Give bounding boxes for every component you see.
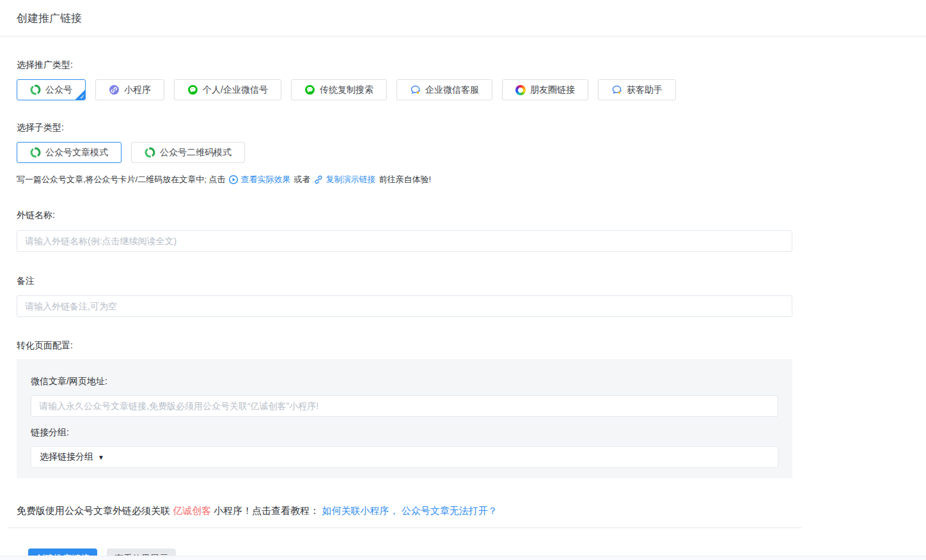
- sub-type-help-text: 写一篇公众号文章,将公众号卡片/二维码放在文章中; 点击 查看实际效果 或者 复…: [17, 174, 926, 185]
- article-url-label: 微信文章/网页地址:: [31, 376, 778, 387]
- promo-type-option[interactable]: 朋友圈链接: [502, 79, 588, 100]
- promo-type-option[interactable]: 公众号✓: [17, 79, 86, 100]
- page-title: 创建推广链接: [17, 11, 82, 26]
- promo-type-label: 选择推广类型:: [17, 59, 926, 71]
- miniprogram-icon: [109, 84, 120, 95]
- promo-type-option[interactable]: 小程序: [95, 79, 164, 100]
- free-version-notice: 免费版使用公众号文章外链必须关联 亿诚创客 小程序！点击查看教程： 如何关联小程…: [17, 505, 926, 517]
- selected-check-icon: ✓: [74, 89, 86, 100]
- page-header: 创建推广链接: [0, 0, 926, 36]
- promo-type-option-label: 个人/企业微信号: [203, 84, 268, 96]
- wechat-icon: [187, 84, 198, 95]
- link-group-select[interactable]: 选择链接分组 ▼: [31, 446, 778, 468]
- tip-prefix: 写一篇公众号文章,将公众号卡片/二维码放在文章中; 点击: [17, 174, 225, 185]
- link-name-label: 外链名称:: [17, 210, 926, 221]
- sub-type-button-row: 公众号文章模式公众号二维码模式: [17, 142, 926, 163]
- promo-type-option[interactable]: 获客助手: [598, 79, 676, 100]
- link-group-label: 链接分组:: [31, 427, 778, 439]
- conversion-config-panel: 微信文章/网页地址: 链接分组: 选择链接分组 ▼: [17, 359, 792, 478]
- wecom-chat-icon: [611, 84, 622, 95]
- sub-type-option-label: 公众号文章模式: [45, 147, 108, 159]
- page-bottom-edge: [0, 556, 926, 560]
- promo-type-option-label: 公众号: [45, 84, 72, 96]
- chevron-down-icon: ▼: [98, 454, 104, 461]
- play-circle-icon: [228, 175, 239, 185]
- wechat-official-account-icon: [145, 147, 155, 158]
- wechat-icon: [304, 84, 315, 95]
- notice-part1: 免费版使用公众号文章外链必须关联: [17, 505, 173, 516]
- tutorial-link[interactable]: 如何关联小程序， 公众号文章无法打开？: [322, 505, 498, 516]
- notice-brand-highlight: 亿诚创客: [173, 505, 211, 516]
- tip-middle: 或者: [294, 174, 310, 185]
- link-group-selected-value: 选择链接分组: [40, 451, 93, 463]
- remark-input[interactable]: [17, 295, 792, 317]
- article-url-input[interactable]: [31, 395, 778, 417]
- promo-type-option-label: 获客助手: [627, 84, 663, 96]
- view-effect-link-label: 查看实际效果: [240, 174, 290, 185]
- sub-type-option-label: 公众号二维码模式: [160, 147, 231, 159]
- promo-type-option[interactable]: 企业微信客服: [396, 79, 492, 100]
- view-effect-link[interactable]: 查看实际效果: [228, 174, 290, 185]
- sub-type-label: 选择子类型:: [17, 122, 926, 134]
- moments-icon: [515, 85, 526, 95]
- section-divider: [8, 527, 801, 528]
- promo-type-option-label: 传统复制搜索: [320, 84, 373, 96]
- form-content: 选择推广类型: 公众号✓小程序个人/企业微信号传统复制搜索企业微信客服朋友圈链接…: [0, 59, 926, 560]
- sub-type-option[interactable]: 公众号文章模式: [17, 142, 122, 163]
- remark-label: 备注: [17, 276, 926, 287]
- promo-type-option-label: 企业微信客服: [425, 84, 479, 96]
- copy-demo-link-label: 复制演示链接: [326, 174, 375, 185]
- wecom-chat-icon: [410, 84, 421, 95]
- link-chain-icon: [313, 175, 324, 185]
- promo-type-option-label: 小程序: [124, 84, 151, 96]
- wechat-official-account-icon: [30, 147, 41, 158]
- conversion-config-label: 转化页面配置:: [17, 340, 926, 352]
- link-name-input[interactable]: [17, 230, 792, 252]
- tip-suffix: 前往亲自体验!: [379, 174, 431, 185]
- notice-part2: 小程序！点击查看教程：: [214, 505, 319, 516]
- promo-type-option[interactable]: 个人/企业微信号: [174, 79, 281, 100]
- promo-type-option-label: 朋友圈链接: [530, 84, 575, 96]
- wechat-official-account-icon: [30, 84, 41, 95]
- promo-type-button-row: 公众号✓小程序个人/企业微信号传统复制搜索企业微信客服朋友圈链接获客助手: [17, 79, 926, 100]
- copy-demo-link[interactable]: 复制演示链接: [313, 174, 375, 185]
- promo-type-option[interactable]: 传统复制搜索: [291, 79, 387, 100]
- sub-type-option[interactable]: 公众号二维码模式: [131, 142, 245, 163]
